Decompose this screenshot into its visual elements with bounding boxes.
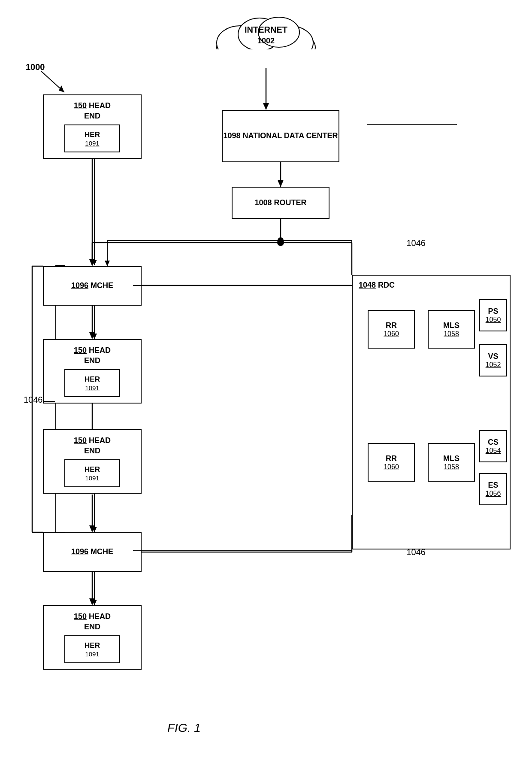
svg-marker-38 [278,180,284,187]
svg-marker-17 [92,600,97,605]
svg-marker-9 [105,261,110,266]
svg-marker-25 [59,85,64,92]
head-end-lower: 150 HEADEND HER 1091 [43,429,142,494]
es-box: ES 1056 [479,473,507,505]
internet-label: INTERNET [210,24,322,36]
vs-box: VS 1052 [479,344,507,376]
head-end-bottom: 150 HEADEND HER 1091 [43,605,142,670]
head-end-top-title: 150 HEADEND [74,101,111,121]
rr-bottom: RR 1060 [368,443,415,482]
router-label: 1008 ROUTER [254,198,306,208]
national-data-center: 1098 NATIONAL DATA CENTER [222,110,339,162]
ref-1046-top: 1046 [407,238,426,248]
mche-bottom: 1096 MCHE [43,532,142,572]
fig-label: FIG. 1 [167,721,201,735]
ref-1046-left: 1046 [24,395,43,405]
diagram: 1000 INTERNET 1002 1098 NATIONAL DATA CE… [0,0,532,783]
head-end-mid-title: 150 HEADEND [74,346,111,366]
head-end-mid: 150 HEADEND HER 1091 [43,339,142,404]
mls-bottom: MLS 1058 [428,443,475,482]
svg-marker-11 [92,260,97,265]
ps-box: PS 1050 [479,299,507,331]
her-lower: HER 1091 [64,459,120,487]
svg-marker-52 [89,598,95,605]
svg-marker-13 [92,334,97,339]
svg-marker-15 [92,527,97,532]
svg-marker-50 [89,525,95,532]
head-end-top: 150 HEADEND HER 1091 [43,94,142,159]
svg-rect-31 [215,49,317,71]
mls-top: MLS 1058 [428,310,475,349]
svg-marker-3 [278,181,283,187]
svg-marker-48 [89,332,95,339]
her-top: HER 1091 [64,124,120,152]
head-end-bottom-title: 150 HEADEND [74,612,111,632]
svg-marker-43 [89,259,95,266]
svg-point-40 [277,239,284,246]
mche-top-label: 1096 MCHE [71,281,113,291]
cs-box: CS 1054 [479,430,507,462]
rdc-container: 1048 RDC RR 1060 MLS 1058 PS 1050 VS 105… [352,275,511,549]
rdc-label: 1048 RDC [359,281,395,290]
svg-point-5 [278,237,284,243]
svg-marker-1 [263,104,269,109]
router-box: 1008 ROUTER [232,187,329,219]
rr-top: RR 1060 [368,310,415,349]
her-bottom: HER 1091 [64,635,120,663]
internet-sublabel: 1002 [210,36,322,46]
her-mid: HER 1091 [64,369,120,397]
svg-marker-36 [263,103,269,110]
mche-bottom-label: 1096 MCHE [71,547,113,557]
ndc-label: 1098 NATIONAL DATA CENTER [223,131,338,141]
mche-top: 1096 MCHE [43,266,142,306]
internet-cloud: INTERNET 1002 [210,9,322,71]
head-end-lower-title: 150 HEADEND [74,436,111,456]
